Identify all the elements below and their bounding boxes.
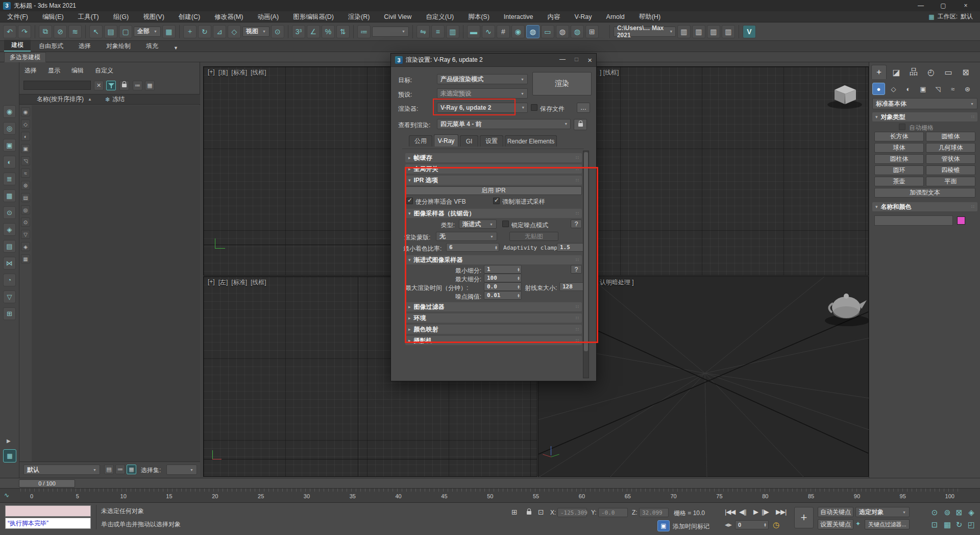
key-mode-icon[interactable]: ✦ <box>855 520 861 527</box>
object-name-field[interactable] <box>874 215 953 226</box>
isolate-selection-icon[interactable]: ⊞ <box>511 508 518 516</box>
rollout-image-filter[interactable]: 图像过滤器 <box>405 302 582 311</box>
menu-item[interactable]: Arnold <box>599 11 632 22</box>
rollout-image-sampler[interactable]: 图像采样器（抗锯齿） <box>405 209 582 218</box>
placement-icon[interactable]: ◇ <box>228 25 241 38</box>
tool-icon[interactable]: ▤ <box>3 240 16 253</box>
scene-object-list[interactable] <box>32 105 200 461</box>
project-folder-icon-2[interactable]: ▥ <box>692 25 705 38</box>
rail-expand-icon[interactable]: ▶ <box>7 438 11 444</box>
search-input[interactable] <box>23 81 91 90</box>
dialog-close-icon[interactable]: × <box>587 56 592 64</box>
sampler-help-button[interactable]: ? <box>571 220 582 228</box>
tab-settings[interactable]: 设置 <box>480 135 503 147</box>
go-to-start-icon[interactable]: |◀◀ <box>725 508 735 516</box>
column-header-frozen[interactable]: 冻结 <box>112 95 125 104</box>
tab-modify-icon[interactable]: ◪ <box>889 65 904 79</box>
zoom-region-icon[interactable]: ⊡ <box>929 519 940 530</box>
pan-icon[interactable]: ▦ <box>942 519 953 530</box>
maxscript-mini-listener-input[interactable] <box>5 505 91 517</box>
tool-icon[interactable]: ⊙ <box>3 206 16 219</box>
rollout-frame-buffer[interactable]: 帧缓存 <box>405 153 582 162</box>
bind-spacewarp-icon[interactable]: ≋ <box>68 25 82 38</box>
display-filter-icon[interactable]: ▣ <box>21 144 30 153</box>
workspace-grid-icon[interactable]: ▦ <box>3 449 16 463</box>
sampler-type-dropdown[interactable]: 渐进式 <box>459 220 497 229</box>
display-filter-icon[interactable]: ▤ <box>21 193 30 202</box>
key-filters-button[interactable]: 关键点过滤器... <box>865 519 910 529</box>
time-tag-icon[interactable]: ▣ <box>657 520 670 531</box>
rotate-icon[interactable]: ↻ <box>198 25 211 38</box>
align-icon[interactable]: ≡ <box>431 25 445 38</box>
previous-frame-icon[interactable]: ◀|| <box>739 508 746 516</box>
tool-icon[interactable]: ◔ <box>3 274 16 286</box>
material-editor-icon[interactable]: ◉ <box>511 25 525 38</box>
menu-item[interactable]: 脚本(S) <box>461 11 497 22</box>
viewport-label-segment[interactable]: [左] <box>218 278 228 287</box>
transform-type-in-icon[interactable]: ⊡ <box>538 508 544 516</box>
project-path-dropdown[interactable]: C:\Users\… Max 2021 <box>614 27 676 37</box>
undo-icon[interactable]: ↶ <box>3 25 16 38</box>
menu-item[interactable]: 自定义(U) <box>419 11 461 22</box>
time-configuration-icon[interactable]: ◷ <box>773 520 779 529</box>
create-key-button[interactable]: + <box>794 507 814 528</box>
category-lights-icon[interactable]: ◐ <box>902 83 915 95</box>
render-button[interactable]: 渲染 <box>532 72 592 95</box>
menu-item[interactable]: V-Ray <box>568 11 599 22</box>
snap-3d-icon[interactable]: 3³ <box>292 25 305 38</box>
viewport-label-segment[interactable]: [+] <box>208 278 215 287</box>
tab-utilities-icon[interactable]: ⊠ <box>958 65 973 79</box>
render-mask-dropdown[interactable]: 无 <box>436 232 497 241</box>
tool-icon[interactable]: ▦ <box>3 189 16 202</box>
display-filter-icon[interactable]: ◹ <box>21 156 30 165</box>
ribbon-tab-selection[interactable]: 选择 <box>71 41 98 52</box>
tab-vray[interactable]: V-Ray <box>434 134 458 147</box>
lock-noise-checkbox[interactable] <box>502 221 509 227</box>
tool-icon[interactable]: ⋈ <box>3 257 16 270</box>
geometry-category-dropdown[interactable]: 标准基本体 <box>872 98 977 109</box>
rendered-frame-window-icon[interactable]: ▭ <box>541 25 554 38</box>
display-filter-icon[interactable]: ◎ <box>21 205 30 214</box>
tool-icon[interactable]: ▽ <box>3 290 16 303</box>
rollout-camera[interactable]: 摄影机 <box>405 336 582 345</box>
save-file-checkbox[interactable] <box>531 104 537 111</box>
move-icon[interactable]: ＋ <box>183 25 197 38</box>
renderer-dropdown[interactable]: V-Ray 6, update 2 <box>437 103 528 113</box>
spinner-icon[interactable] <box>495 246 498 250</box>
progressive-help-button[interactable]: ? <box>571 265 582 274</box>
maximize-viewport-icon[interactable]: ◰ <box>966 519 977 530</box>
display-filter-icon[interactable]: ◈ <box>21 242 30 251</box>
tab-create-icon[interactable]: ＋ <box>871 65 887 79</box>
project-folder-icon-3[interactable]: ▥ <box>707 25 720 38</box>
tab-common[interactable]: 公用 <box>409 135 432 147</box>
reference-coordinate-dropdown[interactable]: 视图 <box>242 27 270 37</box>
dialog-minimize-icon[interactable]: — <box>559 56 566 64</box>
viewport-front-label-tail[interactable]: ] [线框] <box>600 68 619 77</box>
maxscript-listener-output[interactable]: “执行脚本完毕” <box>5 518 91 529</box>
viewport-label-segment[interactable]: [顶] <box>218 68 228 77</box>
render-production-icon[interactable]: ◍ <box>571 25 584 38</box>
target-dropdown[interactable]: 产品级渲染模式 <box>437 74 528 84</box>
menu-item[interactable]: 帮助(H) <box>632 11 668 22</box>
noise-threshold-field[interactable]: 0.01 <box>484 291 522 300</box>
list-view-icon[interactable]: ▤ <box>104 465 114 474</box>
render-last-icon[interactable]: ◍ <box>556 25 569 38</box>
frame-nudge-icon[interactable]: ◀▶ <box>725 522 732 527</box>
selection-filter-dropdown[interactable]: 全部 <box>134 27 161 37</box>
viewport-label-segment[interactable]: [标准] <box>231 68 247 77</box>
vray-toolbar-icon[interactable]: V <box>743 25 756 38</box>
object-type-button[interactable]: 茶壶 <box>874 177 924 186</box>
display-filter-icon[interactable]: ▦ <box>21 254 30 263</box>
category-helpers-icon[interactable]: ◹ <box>932 83 944 95</box>
no-map-button[interactable]: 无贴图 <box>509 232 558 241</box>
viewport-label-segment[interactable]: [+] <box>208 68 215 77</box>
rollout-global-switches[interactable]: 全局开关 <box>405 164 582 174</box>
window-crossing-icon[interactable]: ▦ <box>162 25 176 38</box>
min-shading-rate-field[interactable]: 6 <box>446 243 499 252</box>
category-shapes-icon[interactable]: ◇ <box>887 83 900 95</box>
use-center-icon[interactable]: ⊙ <box>271 25 284 38</box>
viewport-label-segment[interactable]: [标准] <box>231 278 247 287</box>
current-frame-field[interactable]: 0 <box>735 520 769 529</box>
named-sets-icon[interactable]: ≔ <box>357 25 371 38</box>
explorer-tab[interactable]: 编辑 <box>71 66 84 75</box>
